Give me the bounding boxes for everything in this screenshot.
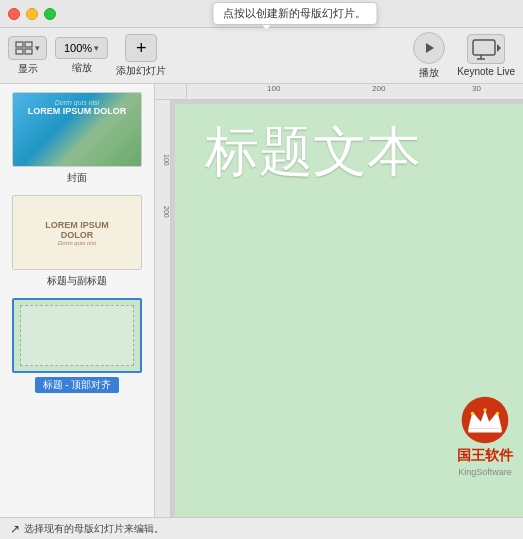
slide1-label: 封面 [67, 171, 87, 185]
brand-sub: KingSoftware [458, 467, 512, 477]
play-group: 播放 [413, 32, 445, 80]
svg-marker-4 [426, 43, 434, 53]
svg-point-13 [483, 408, 486, 411]
ruler-left-100: 100 [155, 104, 170, 166]
play-button[interactable] [413, 32, 445, 64]
svg-point-14 [496, 412, 499, 415]
slide-thumb-1[interactable]: Dorm quis nisi LOREM IPSUM DOLOR 封面 [6, 92, 148, 185]
brand-logo-icon [460, 395, 510, 445]
svg-rect-2 [16, 49, 23, 54]
slide2-title2: DOLOR [61, 230, 94, 240]
zoom-group: 100% ▾ 缩放 [55, 37, 108, 75]
ruler-left-200: 200 [155, 166, 170, 218]
add-slide-button[interactable]: + [125, 34, 158, 62]
slide-thumbnail-1: Dorm quis nisi LOREM IPSUM DOLOR [12, 92, 142, 167]
add-slide-label: 添加幻灯片 [116, 64, 166, 78]
add-slide-group: + 添加幻灯片 [116, 34, 166, 78]
close-button[interactable] [8, 8, 20, 20]
svg-marker-6 [497, 44, 501, 52]
ruler-top-marks: 100 200 30 [187, 84, 523, 98]
slide-thumb-3[interactable]: 标题 - 顶部对齐 [6, 298, 148, 393]
zoom-button[interactable]: 100% ▾ [55, 37, 108, 59]
ruler-left: 100 200 [155, 100, 171, 517]
ruler-mark-100: 100 [267, 84, 280, 93]
ruler-corner [171, 84, 187, 98]
slide2-sub: Dorm quis nisi [58, 240, 96, 246]
ruler-top: 100 200 30 [155, 84, 523, 100]
view-label: 显示 [18, 62, 38, 76]
keynote-live-label: Keynote Live [457, 66, 515, 77]
slide2-title: LOREM IPSUM [45, 220, 109, 230]
ruler-mark-200: 200 [372, 84, 385, 93]
status-bar: ↗ 选择现有的母版幻灯片来编辑。 [0, 517, 523, 539]
brand-name: 国王软件 [457, 447, 513, 465]
zoom-label: 缩放 [72, 61, 92, 75]
slide-thumb-2[interactable]: LOREM IPSUM DOLOR Dorm quis nisi 标题与副标题 [6, 195, 148, 288]
keynote-live-group: Keynote Live [457, 34, 515, 77]
canvas-area: 100 200 30 100 200 标题文本 [155, 84, 523, 517]
keynote-live-button[interactable] [467, 34, 505, 64]
status-text: 选择现有的母版幻灯片来编辑。 [24, 522, 164, 536]
ruler-mark-300: 30 [472, 84, 481, 93]
svg-rect-0 [16, 42, 23, 47]
watermark: 国王软件 KingSoftware [457, 395, 513, 477]
keynote-live-icon [471, 38, 501, 60]
svg-rect-3 [25, 49, 32, 54]
slide-thumbnail-3 [12, 298, 142, 373]
status-arrow-icon: ↗ [10, 522, 20, 536]
view-button[interactable]: ▾ [8, 36, 47, 60]
play-icon [422, 41, 436, 55]
slide3-label: 标题 - 顶部对齐 [35, 377, 120, 393]
minimize-button[interactable] [26, 8, 38, 20]
play-label: 播放 [419, 66, 439, 80]
slide1-title: LOREM IPSUM DOLOR [28, 106, 127, 116]
slide2-label: 标题与副标题 [47, 274, 107, 288]
slide-title-text: 标题文本 [205, 124, 421, 178]
slide1-subtitle: Dorm quis nisi [55, 99, 99, 106]
chevron-down-icon: ▾ [35, 43, 40, 53]
main-area: Dorm quis nisi LOREM IPSUM DOLOR 封面 LORE… [0, 84, 523, 517]
toolbar: ▾ 显示 100% ▾ 缩放 + 添加幻灯片 播放 [0, 28, 523, 84]
svg-rect-11 [468, 428, 501, 432]
slide-panel: Dorm quis nisi LOREM IPSUM DOLOR 封面 LORE… [0, 84, 155, 517]
slide3-inner [20, 305, 133, 365]
zoom-value: 100% [64, 42, 92, 54]
svg-rect-1 [25, 42, 32, 47]
tooltip-create-slide: 点按以创建新的母版幻灯片。 [212, 2, 377, 25]
maximize-button[interactable] [44, 8, 56, 20]
slide-thumbnail-2: LOREM IPSUM DOLOR Dorm quis nisi [12, 195, 142, 270]
svg-rect-5 [473, 40, 495, 55]
view-icon [15, 41, 33, 55]
svg-point-12 [471, 412, 474, 415]
slide-title-area: 标题文本 [175, 104, 451, 198]
zoom-chevron-icon: ▾ [94, 43, 99, 53]
traffic-lights [8, 8, 56, 20]
view-group: ▾ 显示 [8, 36, 47, 76]
